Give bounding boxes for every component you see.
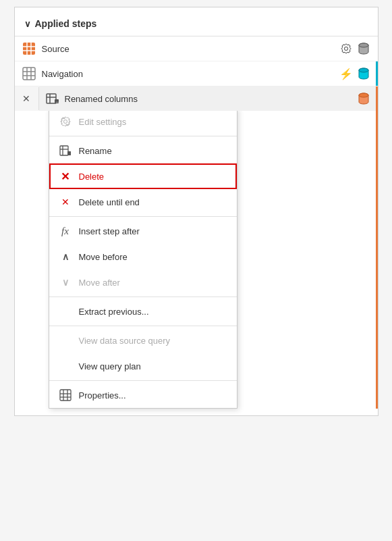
applied-steps-panel: ∨ Applied steps Source	[14, 7, 379, 416]
step-source[interactable]: Source	[15, 36, 378, 61]
svg-rect-25	[60, 390, 71, 401]
svg-text:↔: ↔	[55, 100, 59, 104]
rename-label: Rename	[79, 146, 112, 156]
source-step-label: Source	[42, 44, 339, 54]
menu-item-properties[interactable]: Properties...	[49, 382, 237, 408]
divider-2	[49, 216, 237, 217]
gear-menu-icon	[59, 115, 72, 128]
edit-settings-label: Edit settings	[79, 117, 127, 127]
datasource-icon	[59, 334, 72, 347]
renamed-columns-row: ✕ ↔ Renamed columns	[15, 86, 378, 409]
fx-icon: fx	[59, 224, 72, 238]
view-query-plan-label: View query plan	[79, 361, 141, 371]
navigation-step-label: Navigation	[42, 69, 339, 79]
queryplan-icon	[59, 359, 72, 373]
renamed-close-btn[interactable]: ✕	[15, 87, 39, 110]
x-small-menu-icon: ✕	[59, 195, 72, 209]
menu-item-move-before[interactable]: ∧ Move before	[49, 244, 237, 269]
chevron-up-icon: ∧	[59, 250, 72, 263]
x-red-menu-icon: ✕	[59, 170, 72, 183]
move-after-label: Move after	[79, 278, 120, 288]
view-datasource-label: View data source query	[79, 336, 171, 346]
svg-rect-24	[67, 151, 71, 155]
navigation-actions: ⚡	[339, 66, 371, 81]
menu-item-extract-previous[interactable]: Extract previous...	[49, 299, 237, 324]
cylinder-source-icon[interactable]	[356, 41, 371, 56]
svg-point-6	[359, 43, 368, 47]
divider-5	[49, 380, 237, 381]
extract-previous-label: Extract previous...	[79, 307, 149, 317]
properties-grid-icon	[59, 388, 72, 402]
navigation-step-icon	[22, 66, 36, 81]
menu-item-delete[interactable]: ✕ Delete	[49, 163, 237, 189]
svg-rect-21	[60, 146, 68, 155]
renamed-step-label: Renamed columns	[65, 94, 351, 104]
menu-item-edit-settings[interactable]: Edit settings	[49, 109, 237, 134]
cylinder-teal-icon[interactable]	[356, 66, 371, 81]
panel-title: Applied steps	[35, 18, 97, 29]
svg-point-20	[359, 93, 368, 97]
svg-rect-0	[23, 43, 35, 55]
cylinder-orange-icon[interactable]	[356, 91, 371, 106]
renamed-actions	[356, 91, 371, 106]
menu-item-view-query-plan[interactable]: View query plan	[49, 353, 237, 379]
settings-icon[interactable]	[339, 41, 354, 56]
svg-rect-7	[23, 68, 35, 80]
divider-1	[49, 136, 237, 136]
steps-list: Source	[15, 36, 378, 409]
context-menu: Edit settings Rename	[49, 108, 237, 409]
rename-menu-icon	[59, 144, 72, 157]
lightning-icon[interactable]: ⚡	[339, 66, 354, 81]
divider-4	[49, 326, 237, 326]
step-renamed-columns: ✕ ↔ Renamed columns	[15, 86, 378, 111]
collapse-chevron[interactable]: ∨	[24, 19, 31, 29]
menu-item-insert-step[interactable]: fx Insert step after	[49, 218, 237, 244]
properties-label: Properties...	[79, 390, 126, 401]
step-navigation[interactable]: Navigation ⚡	[15, 61, 378, 86]
menu-item-view-datasource[interactable]: View data source query	[49, 328, 237, 353]
svg-point-13	[359, 68, 368, 72]
rename-step-icon: ↔	[46, 92, 59, 105]
insert-step-label: Insert step after	[79, 226, 140, 236]
source-actions	[339, 41, 371, 56]
extract-icon	[59, 305, 72, 318]
source-step-icon	[22, 41, 36, 56]
move-before-label: Move before	[79, 252, 128, 262]
menu-item-rename[interactable]: Rename	[49, 138, 237, 163]
divider-3	[49, 297, 237, 297]
section-title: ∨ Applied steps	[15, 14, 378, 36]
delete-until-end-label: Delete until end	[79, 197, 140, 207]
menu-item-move-after[interactable]: ∨ Move after	[49, 269, 237, 295]
delete-label: Delete	[79, 172, 105, 182]
renamed-content[interactable]: ↔ Renamed columns	[39, 86, 378, 111]
svg-rect-14	[47, 94, 56, 103]
chevron-down-icon: ∨	[59, 276, 72, 289]
menu-item-delete-until-end[interactable]: ✕ Delete until end	[49, 189, 237, 215]
